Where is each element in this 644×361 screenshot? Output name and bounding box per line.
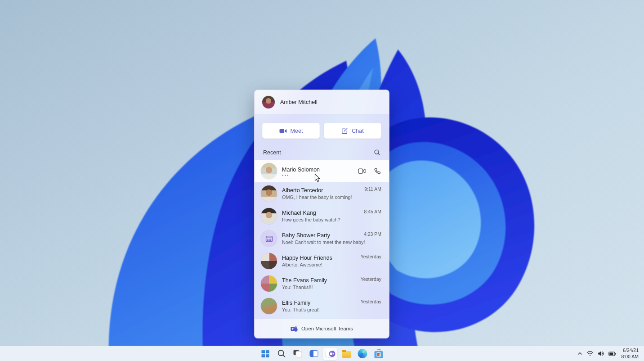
volume-button[interactable] [596,347,606,360]
group-avatar [261,253,277,269]
windows-start-icon [262,350,269,357]
teams-chat-flyout: Amber Mitchell Meet Chat Recent [254,90,389,338]
clock-date-display[interactable]: 6/24/21 8:00 AM [618,347,643,360]
conversation-row-ellis-family[interactable]: Ellis Family You: That's great! Yesterda… [255,295,389,317]
system-tray: 6/24/21 8:00 AM [575,346,643,361]
teams-chat-icon [325,349,335,358]
open-teams-label: Open Microsoft Teams [301,326,353,331]
flyout-user-header[interactable]: Amber Mitchell [255,90,389,114]
avatar [261,163,277,179]
conversation-time: 4:23 PM [364,231,381,237]
wifi-button[interactable] [585,347,595,360]
conversation-list: Mario Solomon [255,160,389,319]
avatar [261,208,277,224]
conversation-row-happy-hour-friends[interactable]: Happy Hour Friends Alberto: Awesome! Yes… [255,250,389,272]
edge-browser-icon [358,349,367,358]
wifi-icon [586,351,594,356]
battery-icon [608,351,616,356]
file-explorer-icon [342,351,351,358]
windows-desktop: Amber Mitchell Meet Chat Recent [0,0,644,361]
conversation-time: 9:11 AM [364,186,381,192]
group-avatar [261,275,277,292]
task-view-button[interactable] [291,347,305,360]
group-avatar [261,298,277,314]
tray-time: 8:00 AM [621,354,639,360]
open-microsoft-teams-button[interactable]: Open Microsoft Teams [255,319,389,338]
widgets-button[interactable] [307,347,321,360]
conversation-preview: How goes the baby watch? [282,217,381,222]
volume-icon [598,351,604,356]
recent-label: Recent [263,149,281,156]
microsoft-store-button[interactable] [372,347,386,360]
conversation-row-alberto-tercedor[interactable]: Alberto Tercedor OMG, I hear the baby is… [255,182,389,205]
conversation-preview: Noel: Can't wait to meet the new baby! [282,239,381,245]
conversation-row-mario-solomon[interactable]: Mario Solomon [255,160,389,182]
video-call-button[interactable] [357,167,367,175]
battery-button[interactable] [607,347,618,360]
search-icon [277,349,286,358]
tray-date: 6/24/21 [621,347,639,354]
file-explorer-button[interactable] [340,347,353,360]
mouse-cursor [314,174,321,185]
search-icon [374,149,380,156]
taskbar: 6/24/21 8:00 AM [0,346,644,361]
search-button[interactable] [373,148,381,157]
taskbar-search-button[interactable] [275,347,289,360]
teams-icon [291,325,298,332]
conversation-name: Mario Solomon [282,167,352,173]
conversation-preview: OMG, I hear the baby is coming! [282,194,381,200]
conversation-preview: You: Thanks!!! [282,284,381,290]
conversation-preview: Alberto: Awesome! [282,262,381,267]
avatar [261,185,277,202]
conversation-row-baby-shower-party[interactable]: Baby Shower Party Noel: Can't wait to me… [255,227,389,250]
user-name: Amber Mitchell [280,99,318,105]
video-camera-icon [279,128,287,134]
start-button[interactable] [259,347,273,360]
microsoft-store-icon [375,351,383,358]
audio-call-icon [374,168,380,174]
edge-browser-button[interactable] [356,347,370,360]
audio-call-button[interactable] [373,167,381,175]
conversation-time: Yesterday [361,254,381,259]
chat-button-label: Chat [352,128,363,134]
tray-chevron-button[interactable] [575,347,585,360]
conversation-time: Yesterday [361,299,381,304]
chevron-up-icon [577,351,583,356]
conversation-row-the-evans-family[interactable]: The Evans Family You: Thanks!!! Yesterda… [255,272,389,295]
video-call-icon [358,168,366,174]
task-view-icon [294,350,302,357]
widgets-icon [310,350,318,357]
chat-button[interactable]: Chat [324,123,381,139]
meet-button[interactable]: Meet [262,123,320,139]
conversation-preview: You: That's great! [282,307,381,312]
recent-header: Recent [255,144,389,160]
calendar-icon [261,230,277,247]
compose-icon [341,127,348,134]
quick-actions: Meet Chat [255,114,389,144]
conversation-time: 8:45 AM [364,209,381,214]
conversation-row-michael-kang[interactable]: Michael Kang How goes the baby watch? 8:… [255,205,389,227]
user-avatar [262,96,275,108]
teams-chat-button[interactable] [323,347,337,360]
meet-button-label: Meet [291,128,303,134]
conversation-time: Yesterday [361,276,381,282]
